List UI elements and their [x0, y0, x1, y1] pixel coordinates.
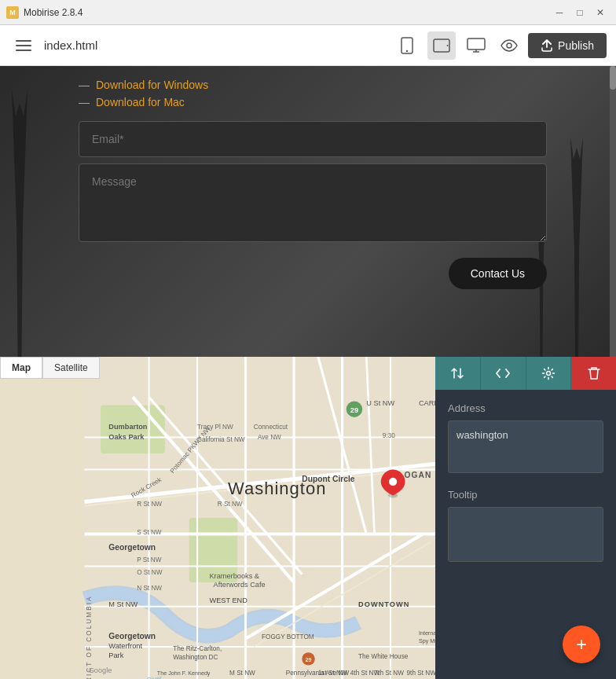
svg-point-94 [546, 372, 550, 376]
maximize-button[interactable]: □ [570, 5, 589, 20]
svg-text:O St NW: O St NW [137, 569, 163, 576]
tablet-view-button[interactable] [427, 31, 456, 60]
map-tab-satellite[interactable]: Satellite [42, 357, 100, 379]
svg-text:M St NW: M St NW [108, 600, 138, 608]
code-tool-button[interactable] [481, 357, 526, 390]
svg-text:WEST END: WEST END [209, 596, 248, 604]
contact-us-button[interactable]: Contact Us [449, 258, 547, 289]
svg-point-93 [389, 478, 397, 486]
map-section: Map Satellite [0, 357, 616, 679]
svg-text:The Ritz-Carlton,: The Ritz-Carlton, [173, 645, 222, 652]
app-icon: M [6, 6, 19, 19]
svg-text:29: 29 [306, 657, 312, 663]
washington-map-label: Washington [228, 479, 326, 499]
scrollbar-track[interactable] [610, 66, 616, 357]
window-controls: ─ □ ✕ [550, 5, 610, 20]
svg-text:Tracy Pl NW: Tracy Pl NW [197, 424, 233, 431]
hamburger-menu[interactable] [9, 31, 38, 60]
svg-text:1st St NW: 1st St NW [318, 670, 347, 677]
download-mac-text[interactable]: Download for Mac [96, 96, 185, 108]
svg-rect-4 [468, 39, 485, 50]
address-input[interactable] [448, 420, 603, 473]
svg-point-3 [447, 45, 449, 46]
address-label: Address [448, 402, 603, 414]
download-windows-link[interactable]: — Download for Windows [79, 79, 547, 91]
svg-text:Connecticut: Connecticut [254, 424, 288, 431]
svg-text:Georgetown: Georgetown [108, 632, 156, 640]
publish-button[interactable]: Publish [528, 33, 607, 58]
desktop-view-button[interactable] [462, 31, 490, 60]
svg-text:Oaks Park: Oaks Park [108, 433, 145, 441]
svg-text:9:30: 9:30 [383, 432, 395, 439]
svg-text:The White House: The White House [358, 653, 409, 660]
download-mac-link[interactable]: — Download for Mac [79, 96, 547, 108]
content-area: — Download for Windows — Download for Ma… [0, 66, 610, 302]
download-windows-text[interactable]: Download for Windows [96, 79, 208, 91]
svg-text:Afterwords Cafe: Afterwords Cafe [214, 581, 266, 589]
mobile-view-button[interactable] [393, 31, 421, 60]
svg-text:Park: Park [108, 651, 123, 659]
svg-text:Google: Google [89, 666, 112, 674]
main-content: — Download for Windows — Download for Ma… [0, 66, 616, 679]
svg-text:Georgetown: Georgetown [108, 543, 156, 552]
map-tab-map[interactable]: Map [0, 357, 42, 379]
toolbar-icons [393, 31, 490, 60]
svg-text:Kramerbooks &: Kramerbooks & [209, 572, 259, 580]
preview-button[interactable] [497, 33, 522, 58]
svg-text:Washington DC: Washington DC [173, 654, 218, 661]
panel-toolbar [435, 357, 616, 390]
svg-text:M St NW: M St NW [229, 670, 255, 677]
svg-point-7 [507, 43, 512, 48]
email-input[interactable] [79, 121, 547, 157]
svg-text:California St NW: California St NW [197, 436, 245, 443]
add-fab-button[interactable]: + [563, 626, 600, 663]
svg-text:R St NW: R St NW [137, 501, 162, 508]
tooltip-input[interactable] [448, 507, 603, 562]
svg-text:P St NW: P St NW [137, 556, 162, 563]
settings-tool-button[interactable] [526, 357, 572, 390]
svg-text:U St NW: U St NW [366, 399, 394, 407]
bg-section: — Download for Windows — Download for Ma… [0, 66, 616, 357]
publish-section: Publish [497, 33, 607, 58]
close-button[interactable]: ✕ [591, 5, 610, 20]
message-input[interactable] [79, 163, 547, 242]
svg-text:The John F. Kennedy: The John F. Kennedy [157, 670, 211, 677]
app-title-text: Mobirise 2.8.4 [24, 7, 82, 18]
svg-text:7th St NW: 7th St NW [375, 670, 405, 677]
svg-text:29: 29 [350, 406, 358, 414]
title-bar: M Mobirise 2.8.4 ─ □ ✕ [0, 0, 616, 25]
svg-text:N St NW: N St NW [137, 585, 162, 592]
map-tabs: Map Satellite [0, 357, 100, 379]
tooltip-label: Tooltip [448, 489, 603, 501]
menu-bar: index.html [0, 25, 616, 66]
download-links: — Download for Windows — Download for Ma… [79, 79, 547, 108]
svg-text:Dumbarton: Dumbarton [108, 423, 148, 431]
svg-text:DOWNTOWN: DOWNTOWN [358, 600, 409, 608]
svg-text:9th St NW: 9th St NW [407, 670, 437, 677]
svg-text:S St NW: S St NW [137, 529, 162, 536]
svg-text:Waterfront: Waterfront [108, 642, 142, 650]
swap-tool-button[interactable] [435, 357, 481, 390]
scrollbar-thumb[interactable] [610, 66, 616, 90]
svg-point-1 [406, 50, 408, 51]
file-name: index.html [44, 39, 393, 52]
svg-text:R St NW: R St NW [218, 501, 243, 508]
svg-text:FOGGY BOTTOM: FOGGY BOTTOM [262, 633, 314, 640]
delete-tool-button[interactable] [571, 357, 616, 390]
svg-text:Ave NW: Ave NW [258, 434, 281, 441]
title-bar-left: M Mobirise 2.8.4 [6, 6, 82, 19]
minimize-button[interactable]: ─ [550, 5, 569, 20]
